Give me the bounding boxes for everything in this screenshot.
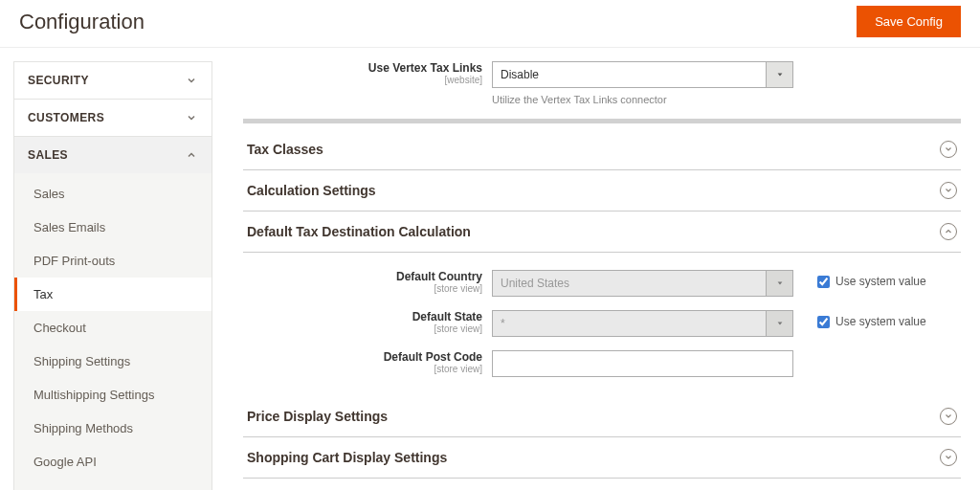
- section-title: Tax Classes: [247, 142, 323, 157]
- section-title: Price Display Settings: [247, 409, 388, 424]
- expand-icon: [940, 408, 957, 425]
- vertex-select-value: Disable: [493, 68, 766, 81]
- section-title: Calculation Settings: [247, 183, 376, 198]
- chevron-down-icon: [185, 111, 198, 124]
- section-price-display[interactable]: Price Display Settings: [243, 396, 961, 437]
- default-country-select: United States: [492, 270, 793, 297]
- sidebar-item-tax[interactable]: Tax: [14, 278, 212, 311]
- section-orders-display[interactable]: Orders, Invoices, Credit Memos Display S…: [243, 479, 961, 490]
- default-country-value: United States: [493, 277, 766, 290]
- default-state-value: *: [493, 317, 766, 330]
- vertex-scope: [website]: [243, 75, 482, 85]
- default-postcode-input[interactable]: [492, 350, 793, 377]
- dropdown-arrow-icon: [766, 311, 792, 336]
- vertex-hint: Utilize the Vertex Tax Links connector: [492, 94, 961, 105]
- main-content: Use Vertex Tax Links [website] Disable U…: [220, 48, 980, 490]
- expand-icon: [940, 449, 957, 466]
- sidebar: SECURITY CUSTOMERS SALES Sales Sales Ema…: [0, 48, 220, 490]
- default-state-label: Default State: [243, 310, 482, 323]
- section-divider: [243, 119, 961, 123]
- vertex-select[interactable]: Disable: [492, 61, 793, 88]
- sidebar-item-shipping-settings[interactable]: Shipping Settings: [14, 345, 212, 378]
- chevron-up-icon: [185, 148, 198, 162]
- sidebar-item-pdf-printouts[interactable]: PDF Print-outs: [14, 244, 212, 278]
- sidebar-group-security[interactable]: SECURITY: [13, 61, 212, 99]
- dropdown-arrow-icon: [766, 62, 792, 87]
- section-body-default-destination: Default Country [store view] United Stat…: [243, 253, 961, 396]
- sidebar-item-google-api[interactable]: Google API: [14, 445, 212, 479]
- sidebar-group-sales[interactable]: SALES: [13, 136, 212, 173]
- sidebar-item-payment-methods[interactable]: Payment Methods: [14, 479, 212, 490]
- default-state-select: *: [492, 310, 793, 337]
- sidebar-item-sales[interactable]: Sales: [14, 177, 212, 211]
- vertex-label: Use Vertex Tax Links: [243, 61, 482, 75]
- checkbox-input[interactable]: [817, 316, 830, 328]
- collapse-icon: [940, 223, 957, 240]
- sidebar-item-shipping-methods[interactable]: Shipping Methods: [14, 412, 212, 445]
- section-title: Shopping Cart Display Settings: [247, 450, 447, 465]
- default-state-scope: [store view]: [243, 323, 482, 334]
- checkbox-input[interactable]: [817, 276, 830, 288]
- default-country-system-checkbox[interactable]: Use system value: [817, 270, 926, 288]
- section-tax-classes[interactable]: Tax Classes: [243, 129, 961, 170]
- expand-icon: [940, 182, 957, 199]
- sidebar-subnav-sales: Sales Sales Emails PDF Print-outs Tax Ch…: [13, 173, 212, 490]
- sidebar-item-multishipping-settings[interactable]: Multishipping Settings: [14, 378, 212, 412]
- sidebar-group-customers[interactable]: CUSTOMERS: [13, 99, 212, 136]
- chevron-down-icon: [185, 74, 198, 87]
- expand-icon: [940, 141, 957, 158]
- section-calculation-settings[interactable]: Calculation Settings: [243, 170, 961, 212]
- checkbox-label: Use system value: [835, 275, 926, 288]
- save-config-button[interactable]: Save Config: [857, 6, 961, 37]
- default-postcode-label: Default Post Code: [243, 350, 482, 364]
- sidebar-group-label: SECURITY: [28, 74, 89, 87]
- sidebar-group-label: CUSTOMERS: [28, 111, 104, 124]
- sidebar-item-checkout[interactable]: Checkout: [14, 311, 212, 345]
- checkbox-label: Use system value: [835, 315, 926, 328]
- sidebar-item-sales-emails[interactable]: Sales Emails: [14, 211, 212, 244]
- default-state-system-checkbox[interactable]: Use system value: [817, 310, 926, 328]
- section-title: Default Tax Destination Calculation: [247, 224, 471, 239]
- page-title: Configuration: [19, 10, 145, 34]
- default-country-label: Default Country: [243, 270, 482, 283]
- dropdown-arrow-icon: [766, 271, 792, 296]
- default-country-scope: [store view]: [243, 283, 482, 294]
- sidebar-group-label: SALES: [28, 148, 68, 162]
- default-postcode-scope: [store view]: [243, 364, 482, 374]
- section-default-destination[interactable]: Default Tax Destination Calculation: [243, 212, 961, 253]
- section-cart-display[interactable]: Shopping Cart Display Settings: [243, 437, 961, 479]
